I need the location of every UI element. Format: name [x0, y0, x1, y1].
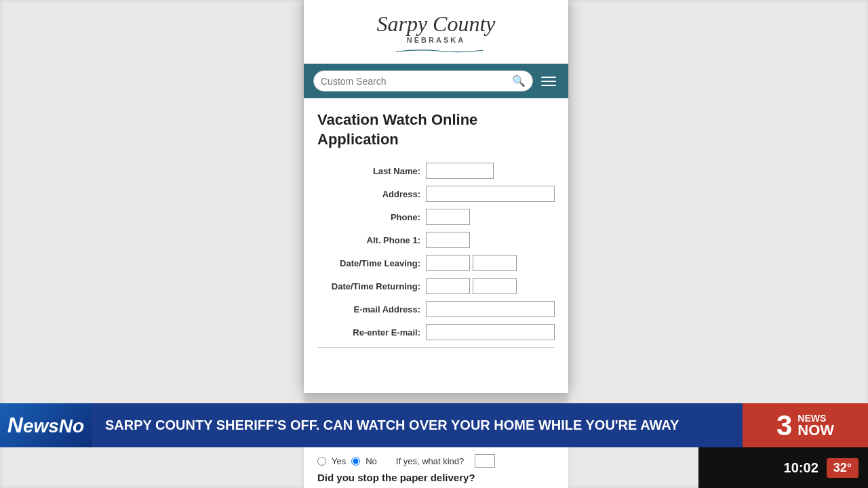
news-brand-area: 3 NEWS NOW [743, 403, 868, 447]
address-input[interactable] [426, 186, 555, 202]
yes-radio[interactable] [317, 457, 326, 466]
returning-inputs [426, 278, 517, 294]
email-input[interactable] [426, 301, 555, 317]
paper-question: Did you stop the paper delivery? [317, 472, 555, 483]
status-temperature: 32° [827, 458, 859, 478]
logo-subtitle: NEBRASKA [311, 36, 561, 44]
re-email-row: Re-enter E-mail: [317, 324, 555, 340]
hamburger-line-3 [541, 85, 556, 86]
page-title: Vacation Watch Online Application [317, 110, 555, 149]
last-name-row: Last Name: [317, 163, 555, 179]
radio-row: Yes No If yes, what kind? [317, 454, 555, 468]
no-radio[interactable] [351, 457, 360, 466]
hamburger-line-1 [541, 77, 556, 78]
main-panel: Sarpy County NEBRASKA 🔍 Vacation Watch O… [304, 0, 568, 393]
alt-phone-row: Alt. Phone 1: [317, 232, 555, 248]
phone-label: Phone: [317, 212, 426, 222]
leaving-time-input[interactable] [473, 255, 517, 271]
kind-input[interactable] [475, 454, 495, 468]
hamburger-menu-button[interactable] [538, 74, 559, 89]
returning-date-input[interactable] [426, 278, 470, 294]
logo-swoosh [382, 48, 490, 54]
search-input[interactable] [321, 76, 512, 87]
last-name-input[interactable] [426, 163, 494, 179]
logo-area: Sarpy County NEBRASKA [304, 0, 568, 64]
news-brand-right: NEWS NOW [797, 413, 834, 438]
leaving-label: Date/Time Leaving: [317, 258, 426, 268]
address-row: Address: [317, 186, 555, 202]
leaving-row: Date/Time Leaving: [317, 255, 555, 271]
news-bar: NewsNo SARPY COUNTY SHERIFF'S OFF. CAN W… [0, 403, 868, 447]
re-email-input[interactable] [426, 324, 555, 340]
status-bar: 10:02 32° [698, 447, 868, 488]
form-area: Vacation Watch Online Application Last N… [304, 98, 568, 357]
re-email-label: Re-enter E-mail: [317, 327, 426, 338]
no-label: No [366, 456, 377, 466]
news-brand-number: 3 [776, 411, 792, 440]
news-headline-area: SARPY COUNTY SHERIFF'S OFF. CAN WATCH OV… [92, 403, 743, 447]
status-time: 10:02 [784, 460, 818, 476]
email-row: E-mail Address: [317, 301, 555, 317]
news-logo: NewsNo [7, 413, 84, 438]
divider [317, 347, 555, 348]
leaving-inputs [426, 255, 517, 271]
search-box[interactable]: 🔍 [313, 70, 533, 92]
address-label: Address: [317, 189, 426, 199]
hamburger-line-2 [541, 81, 556, 82]
nav-bar: 🔍 [304, 64, 568, 98]
yes-label: Yes [332, 456, 346, 466]
if-yes-label: If yes, what kind? [396, 456, 464, 466]
phone-row: Phone: [317, 209, 555, 225]
news-logo-area: NewsNo [0, 403, 92, 447]
alt-phone-input[interactable] [426, 232, 470, 248]
news-headline-text: SARPY COUNTY SHERIFF'S OFF. CAN WATCH OV… [105, 417, 679, 434]
email-label: E-mail Address: [317, 304, 426, 314]
news-brand-word2: NOW [797, 423, 834, 438]
returning-label: Date/Time Returning: [317, 281, 426, 291]
alt-phone-label: Alt. Phone 1: [317, 235, 426, 245]
phone-input[interactable] [426, 209, 470, 225]
search-icon[interactable]: 🔍 [512, 75, 526, 87]
site-logo: Sarpy County [311, 12, 561, 36]
last-name-label: Last Name: [317, 166, 426, 176]
leaving-date-input[interactable] [426, 255, 470, 271]
returning-row: Date/Time Returning: [317, 278, 555, 294]
below-news-area: Yes No If yes, what kind? Did you stop t… [304, 447, 568, 488]
returning-time-input[interactable] [473, 278, 517, 294]
